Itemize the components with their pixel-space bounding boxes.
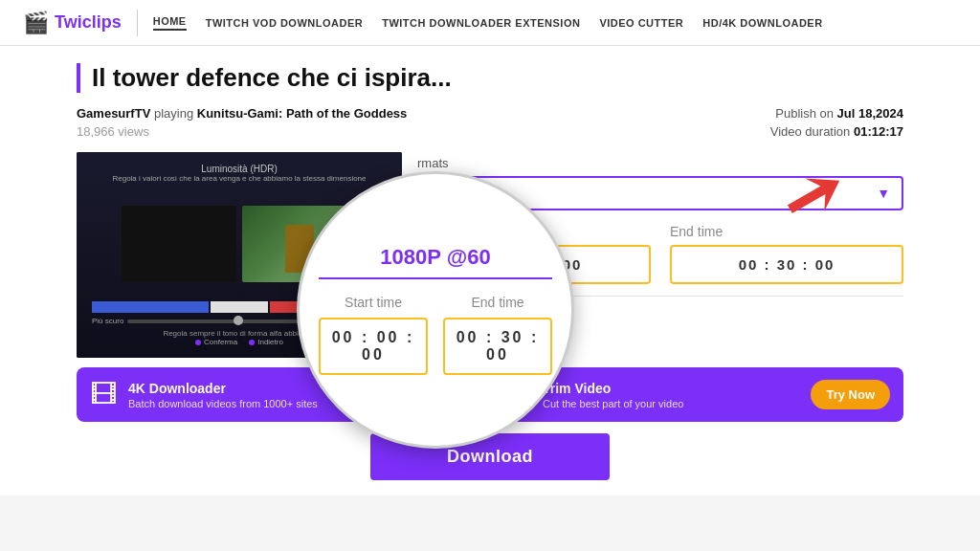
download-section: Download: [77, 433, 903, 480]
banner-4k-subtitle: Batch download videos from 1000+ sites: [128, 398, 362, 409]
game-name: Kunitsu-Gami: Path of the Goddess: [197, 106, 408, 121]
nav-cutter[interactable]: VIDEO CUTTER: [599, 17, 683, 29]
duration-label: Video duration: [770, 124, 851, 139]
bar-white: [211, 301, 269, 313]
slider-thumb: [234, 316, 243, 325]
channel-name: GamesurfTV: [77, 106, 150, 121]
magnifier-start-input[interactable]: 00 : 00 : 00: [319, 318, 428, 375]
indietro-dot: [249, 340, 255, 345]
footer-btn-indietro[interactable]: Indietro: [249, 338, 283, 346]
header-divider: [137, 10, 138, 36]
nav-home[interactable]: HOME: [153, 15, 187, 31]
logo-text: Twiclips: [55, 12, 122, 33]
magnifier-end-label: End time: [443, 295, 552, 310]
magnifier-time-row: Start time 00 : 00 : 00 End time 00 : 30…: [319, 295, 552, 375]
header: 🎬 Twiclips HOME TWITCH VOD DOWNLOADER TW…: [0, 0, 980, 46]
video-subtitle: Regola i valori così che la area venga e…: [84, 174, 394, 183]
logo[interactable]: 🎬 Twiclips: [23, 11, 122, 35]
magnifier-format: 1080P @60: [319, 245, 552, 279]
playing-label: playing: [154, 106, 197, 121]
meta-row-1: GamesurfTV playing Kunitsu-Gami: Path of…: [77, 106, 903, 121]
magnifier-start-group: Start time 00 : 00 : 00: [319, 295, 428, 375]
content-row: Luminosità (HDR) Regola i valori così ch…: [77, 152, 903, 358]
nav-extension[interactable]: TWITCH DOWNLOADER EXTENSION: [382, 17, 580, 29]
try-now-button[interactable]: Try Now: [811, 380, 890, 409]
main-content: Il tower defence che ci ispira... Gamesu…: [0, 46, 980, 496]
publish-date: Jul 18,2024: [837, 106, 903, 121]
end-time-label: End time: [670, 224, 903, 239]
footer-btn-confirm[interactable]: Conferma: [195, 338, 237, 346]
scene-left: [122, 206, 236, 282]
footer-confirm-label: Conferma: [204, 338, 237, 346]
banner-trim-text: Trim Video Cut the best part of your vid…: [543, 381, 799, 409]
end-time-group: End time 00 : 30 : 00: [670, 224, 903, 284]
magnifier-overlay: 1080P @60 Start time 00 : 00 : 00 End ti…: [297, 171, 574, 449]
banner-trim-title: Trim Video: [543, 381, 799, 396]
4k-icon: 🎞: [90, 379, 117, 410]
meta-publish: Publish on Jul 18,2024: [775, 106, 903, 121]
logo-icon: 🎬: [23, 11, 49, 35]
article-title: Il tower defence che ci ispira...: [77, 63, 903, 93]
magnifier-start-label: Start time: [319, 295, 428, 310]
publish-label: Publish on: [775, 106, 834, 121]
duration-value: 01:12:17: [854, 124, 903, 139]
views-count: 18,966 views: [77, 124, 149, 139]
duration-row: Video duration 01:12:17: [770, 124, 903, 139]
video-title-bar: Luminosità (HDR): [84, 164, 394, 174]
meta-row-2: 18,966 views Video duration 01:12:17: [77, 124, 903, 139]
bar-blue: [92, 301, 209, 313]
meta-channel-game: GamesurfTV playing Kunitsu-Gami: Path of…: [77, 106, 407, 121]
end-time-input[interactable]: 00 : 30 : 00: [670, 245, 903, 284]
magnifier-end-group: End time 00 : 30 : 00: [443, 295, 552, 375]
dropdown-chevron-icon: ▼: [877, 186, 890, 201]
nav-hd4k[interactable]: HD/4K DOWNLOADER: [702, 17, 822, 29]
banner-trim-subtitle: Cut the best part of your video: [543, 398, 799, 409]
slider-label-left: Più scuro: [92, 317, 123, 325]
nav-vod[interactable]: TWITCH VOD DOWNLOADER: [206, 17, 363, 29]
nav: HOME TWITCH VOD DOWNLOADER TWITCH DOWNLO…: [153, 15, 823, 31]
magnifier-end-input[interactable]: 00 : 30 : 00: [443, 318, 552, 375]
confirm-dot: [195, 340, 201, 345]
footer-indietro-label: Indietro: [257, 338, 283, 346]
